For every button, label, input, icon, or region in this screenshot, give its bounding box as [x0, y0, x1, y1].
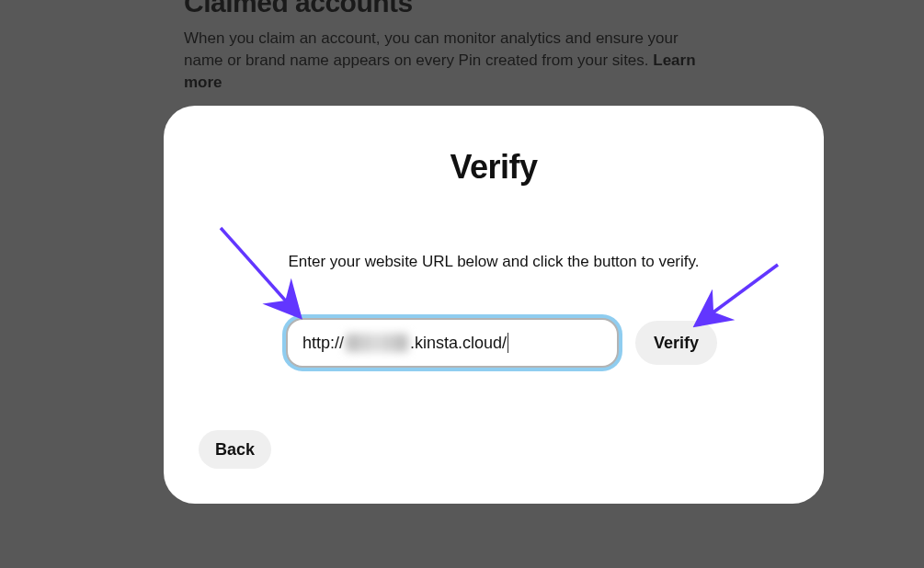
- verify-modal: Verify Enter your website URL below and …: [164, 106, 824, 504]
- verify-button[interactable]: Verify: [635, 321, 717, 365]
- redacted-text: [346, 334, 408, 352]
- modal-instruction: Enter your website URL below and click t…: [204, 253, 783, 271]
- url-input-row: http://.kinsta.cloud/ Verify: [286, 318, 717, 368]
- website-url-input[interactable]: http://.kinsta.cloud/: [286, 318, 619, 368]
- url-value-suffix: .kinsta.cloud/: [410, 334, 507, 353]
- modal-title: Verify: [204, 148, 783, 187]
- url-value-prefix: http://: [302, 334, 344, 353]
- back-button[interactable]: Back: [199, 430, 271, 469]
- text-caret: [508, 333, 508, 353]
